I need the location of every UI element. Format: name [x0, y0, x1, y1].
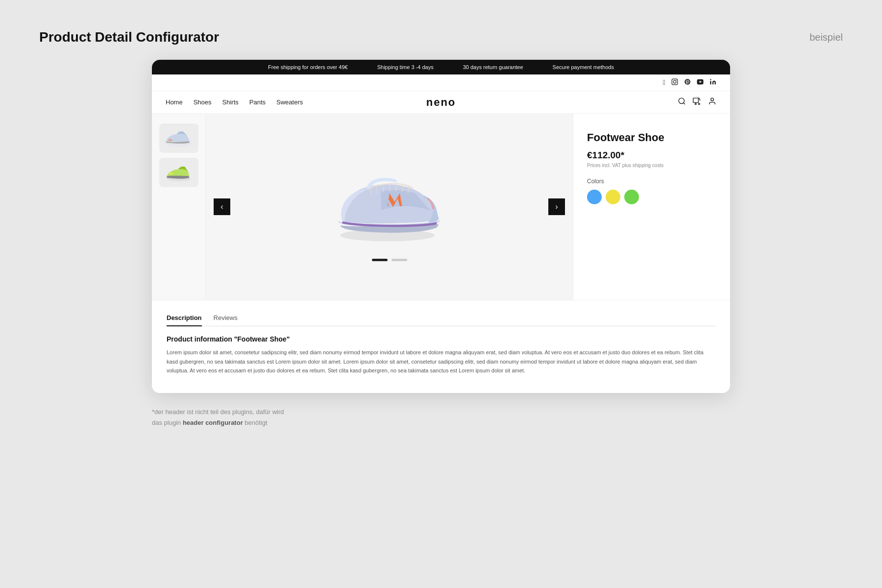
search-icon[interactable] — [678, 97, 686, 107]
announcement-2: Shipping time 3 -4 days — [377, 64, 434, 70]
carousel-dot-2[interactable] — [392, 259, 407, 261]
description-heading: Product information "Footwear Shoe" — [167, 335, 715, 343]
tab-description[interactable]: Description — [167, 314, 202, 326]
product-name: Footwear Shoe — [587, 131, 716, 144]
nav-home[interactable]: Home — [166, 98, 183, 106]
nav-links: Home Shoes Shirts Pants Sweaters — [166, 98, 303, 106]
color-swatch-green[interactable] — [624, 190, 639, 204]
color-swatches — [587, 190, 716, 204]
product-info: Footwear Shoe €112.00* Prices incl. VAT … — [573, 114, 730, 300]
cart-icon[interactable] — [693, 97, 701, 107]
svg-rect-6 — [693, 98, 699, 102]
instagram-icon[interactable] — [671, 78, 678, 87]
product-price: €112.00* — [587, 150, 716, 161]
svg-point-4 — [679, 98, 684, 103]
svg-line-15 — [383, 186, 383, 192]
facebook-icon[interactable]:  — [663, 78, 665, 87]
carousel-prev-button[interactable]: ‹ — [214, 198, 230, 215]
description-text: Lorem ipsum dolor sit amet, consetetur s… — [167, 348, 715, 375]
color-swatch-yellow[interactable] — [606, 190, 620, 204]
footer-note-line1: *der header ist nicht teil des plugins, … — [152, 408, 284, 416]
svg-point-3 — [710, 79, 711, 80]
footer-note-plugin-name: header configurator — [183, 419, 243, 426]
svg-line-16 — [390, 185, 390, 192]
main-product-image — [321, 153, 458, 251]
colors-label: Colors — [587, 178, 716, 185]
svg-line-5 — [684, 103, 685, 104]
carousel-dots — [372, 259, 407, 261]
carousel-next-button[interactable]: › — [548, 198, 565, 215]
svg-point-11 — [169, 172, 172, 174]
svg-point-9 — [168, 139, 172, 141]
product-vat: Prices incl. VAT plus shipping costs — [587, 163, 716, 168]
nav-sweaters[interactable]: Sweaters — [276, 98, 303, 106]
nav-shoes[interactable]: Shoes — [194, 98, 212, 106]
browser-window: Free shipping for orders over 49€ Shippi… — [152, 60, 730, 393]
nav-pants[interactable]: Pants — [249, 98, 266, 106]
thumbnail-1[interactable] — [159, 123, 198, 153]
nav-actions — [678, 97, 716, 107]
page-brand: beispiel — [809, 32, 843, 43]
social-bar:  — [152, 74, 730, 91]
nav-shirts[interactable]: Shirts — [222, 98, 239, 106]
pinterest-icon[interactable] — [684, 78, 691, 87]
description-tabs: Description Reviews — [167, 314, 715, 326]
announcement-1: Free shipping for orders over 49€ — [268, 64, 348, 70]
tab-reviews[interactable]: Reviews — [214, 314, 238, 326]
svg-rect-0 — [672, 79, 678, 85]
carousel-dot-1[interactable] — [372, 259, 388, 261]
svg-point-1 — [673, 80, 676, 83]
account-icon[interactable] — [708, 97, 716, 107]
footer-note-line2-post: benötigt — [243, 419, 268, 426]
product-section: ‹ — [152, 114, 730, 300]
main-nav: Home Shoes Shirts Pants Sweaters neno — [152, 91, 730, 114]
main-image-area: ‹ — [206, 114, 573, 300]
svg-point-7 — [711, 98, 714, 101]
thumbnail-sidebar — [152, 114, 206, 300]
thumbnail-2[interactable] — [159, 158, 198, 187]
youtube-icon[interactable] — [697, 78, 704, 87]
color-swatch-blue[interactable] — [587, 190, 602, 204]
announcement-bar: Free shipping for orders over 49€ Shippi… — [152, 60, 730, 74]
page-title: Product Detail Configurator — [39, 29, 219, 45]
linkedin-icon[interactable] — [710, 78, 716, 87]
announcement-3: 30 days return guarantee — [463, 64, 523, 70]
nav-logo: neno — [426, 96, 456, 109]
svg-point-2 — [676, 80, 677, 80]
announcement-4: Secure payment methods — [553, 64, 614, 70]
footer-note: *der header ist nicht teil des plugins, … — [152, 407, 730, 428]
footer-note-line2-pre: das plugin — [152, 419, 183, 426]
description-section: Description Reviews Product information … — [152, 300, 730, 393]
